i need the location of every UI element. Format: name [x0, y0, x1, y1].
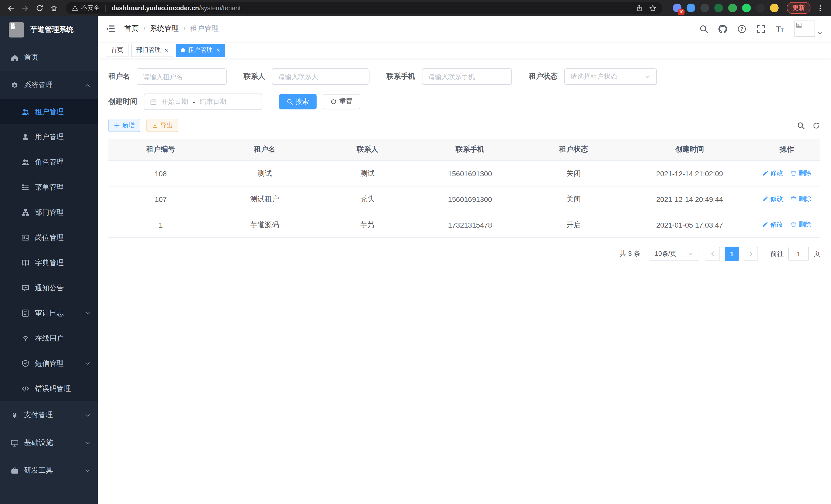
back-button[interactable]	[4, 1, 18, 14]
reload-button[interactable]	[33, 1, 46, 14]
create-time: 2021-01-05 17:03:47	[626, 212, 753, 238]
share-button[interactable]	[636, 4, 643, 11]
sidebar-item-menu[interactable]: 菜单管理	[0, 175, 98, 200]
extension-icon-7[interactable]	[756, 4, 765, 12]
sidebar-item-audit-log[interactable]: 审计日志	[0, 301, 98, 326]
sidebar-item-notice[interactable]: 通知公告	[0, 275, 98, 301]
breadcrumb-item[interactable]: 系统管理	[150, 24, 179, 33]
contact-label: 联系人	[243, 72, 265, 81]
sidebar-item-error-code[interactable]: 错误码管理	[0, 376, 98, 401]
address-bar[interactable]: 不安全 dashboard.yudao.iocoder.cn/system/te…	[66, 2, 662, 14]
tenant-page: 租户名 联系人 联系手机	[98, 59, 831, 504]
tab-dept[interactable]: 部门管理×	[131, 43, 173, 57]
search-button[interactable]	[699, 24, 708, 33]
sidebar-item-system[interactable]: 系统管理	[0, 71, 98, 99]
tenant-status-select[interactable]: 请选择租户状态	[564, 68, 657, 85]
pagination: 共 3 条 10条/页 1 前往 页	[109, 246, 820, 261]
audit-icon	[22, 309, 29, 317]
export-button[interactable]: 导出	[146, 119, 178, 132]
reset-button[interactable]: 重置	[323, 94, 360, 110]
fullscreen-icon[interactable]	[756, 24, 765, 33]
sidebar-item-dict[interactable]: 字典管理	[0, 250, 98, 275]
extensions-row: 10	[673, 4, 779, 12]
help-icon[interactable]: ?	[738, 24, 746, 33]
prev-page-button[interactable]	[706, 246, 720, 261]
browser-menu-button[interactable]	[813, 1, 827, 14]
tenant-status: 关闭	[521, 186, 626, 212]
sidebar-item-dept[interactable]: 部门管理	[0, 200, 98, 225]
extension-icon-5[interactable]	[728, 4, 737, 12]
extension-badge: 10	[678, 9, 685, 15]
tenant-table: 租户编号 租户名 联系人 联系手机 租户状态 创建时间 操作 108测试测试15…	[109, 139, 820, 238]
add-button[interactable]: 新增	[109, 119, 140, 132]
extension-icon-3[interactable]	[700, 4, 709, 12]
security-label: 不安全	[81, 4, 100, 12]
code-icon	[22, 385, 29, 392]
extension-icon-2[interactable]	[687, 4, 695, 12]
edit-button[interactable]: 修改	[762, 169, 783, 178]
edit-icon	[762, 196, 768, 202]
delete-icon	[791, 196, 797, 202]
app-logo[interactable]: 芋道管理系统	[0, 16, 98, 44]
table-toolbar: 新增 导出	[109, 119, 820, 132]
tab-tenant[interactable]: 租户管理×	[176, 43, 225, 57]
sidebar-item-role[interactable]: 角色管理	[0, 149, 98, 175]
col-create-time: 创建时间	[626, 139, 753, 160]
tab-home[interactable]: 首页	[106, 43, 128, 57]
sidebar-item-post[interactable]: 岗位管理	[0, 225, 98, 250]
sidebar-item-pay[interactable]: ¥支付管理	[0, 401, 98, 429]
goto-page-input[interactable]	[789, 246, 809, 261]
page-size-select[interactable]: 10条/页	[650, 246, 698, 261]
sidebar-item-tenant[interactable]: 租户管理	[0, 99, 98, 124]
extension-icon-1[interactable]: 10	[673, 4, 682, 12]
active-tab-dot	[181, 48, 185, 52]
next-page-button[interactable]	[744, 246, 758, 261]
delete-button[interactable]: 删除	[791, 169, 811, 178]
site-info-button[interactable]: 不安全	[72, 4, 100, 12]
sidebar-item-sms[interactable]: 短信管理	[0, 351, 98, 376]
contact-name: 秃头	[316, 186, 419, 212]
sidebar-item-user[interactable]: 用户管理	[0, 124, 98, 149]
notice-icon	[22, 284, 29, 292]
sidebar-toggle-button[interactable]	[106, 24, 115, 33]
edit-icon	[762, 170, 768, 176]
sidebar: 芋道管理系统 首页系统管理租户管理用户管理角色管理菜单管理部门管理岗位管理字典管…	[0, 16, 98, 504]
yen-icon: ¥	[11, 411, 19, 419]
create-time-range[interactable]: 开始日期 - 结束日期	[144, 93, 262, 110]
delete-button[interactable]: 删除	[791, 220, 811, 229]
delete-button[interactable]: 删除	[791, 195, 811, 203]
forward-button[interactable]	[19, 1, 32, 14]
sidebar-item-infra[interactable]: 基础设施	[0, 429, 98, 457]
book-icon	[22, 259, 29, 267]
home-button[interactable]	[47, 1, 61, 14]
edit-button[interactable]: 修改	[762, 220, 783, 229]
extension-icon-8[interactable]	[770, 4, 779, 12]
mobile-input[interactable]	[428, 73, 506, 80]
edit-button[interactable]: 修改	[762, 195, 783, 203]
extension-icon-4[interactable]	[714, 4, 723, 12]
contact-input[interactable]	[278, 73, 363, 80]
tenant-name-input[interactable]	[143, 73, 221, 80]
refresh-table-button[interactable]	[812, 121, 820, 129]
extension-icon-6[interactable]	[742, 4, 751, 12]
sidebar-item-online-user[interactable]: 在线用户	[0, 326, 98, 351]
page-number-1[interactable]: 1	[725, 246, 739, 261]
user-avatar-menu[interactable]	[795, 21, 823, 37]
chevron-down-icon	[85, 310, 90, 316]
tab-close-icon[interactable]: ×	[165, 47, 168, 53]
bookmark-button[interactable]	[649, 4, 656, 11]
font-size-icon[interactable]: TT	[775, 24, 784, 33]
breadcrumb-item[interactable]: 首页	[124, 24, 139, 33]
app-title: 芋道管理系统	[30, 25, 74, 34]
contact-name: 芋艿	[316, 212, 419, 238]
sidebar-item-devtool[interactable]: 研发工具	[0, 457, 98, 484]
search-submit-button[interactable]: 搜索	[279, 94, 317, 110]
github-icon[interactable]	[718, 24, 727, 33]
chevron-left-icon	[710, 251, 716, 257]
tab-close-icon[interactable]: ×	[217, 47, 220, 53]
divider	[105, 4, 106, 11]
toggle-search-button[interactable]	[797, 121, 805, 129]
plus-icon	[114, 122, 120, 128]
sidebar-item-home[interactable]: 首页	[0, 44, 98, 71]
update-button[interactable]: 更新	[787, 2, 810, 14]
